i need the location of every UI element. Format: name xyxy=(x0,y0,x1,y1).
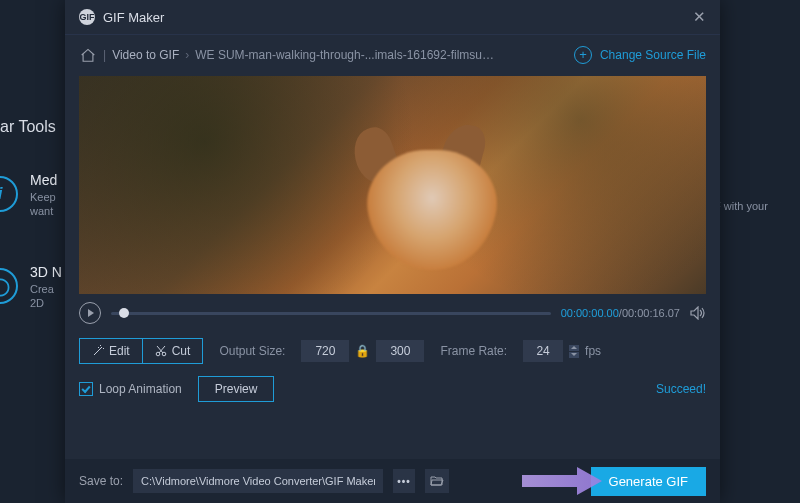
check-icon xyxy=(81,383,90,392)
loop-label: Loop Animation xyxy=(99,382,182,396)
cut-button[interactable]: Cut xyxy=(142,338,204,364)
fps-label: fps xyxy=(585,344,601,358)
step-down-icon[interactable] xyxy=(569,352,579,358)
step-up-icon[interactable] xyxy=(569,345,579,351)
current-time: 00:00:00.00 xyxy=(561,307,619,319)
bg-right-text: F with your xyxy=(714,200,794,212)
browse-button[interactable]: ••• xyxy=(393,469,415,493)
duration: 00:00:16.07 xyxy=(622,307,680,319)
titlebar: GIF GIF Maker ✕ xyxy=(65,0,720,34)
seek-thumb[interactable] xyxy=(119,308,129,318)
save-path-input[interactable] xyxy=(133,469,383,493)
generate-gif-button[interactable]: Generate GIF xyxy=(591,467,706,496)
loop-animation-checkbox[interactable]: Loop Animation xyxy=(79,382,182,396)
close-icon[interactable]: ✕ xyxy=(693,8,706,26)
framerate-stepper xyxy=(569,345,579,358)
framerate-input[interactable] xyxy=(523,340,563,362)
video-preview[interactable] xyxy=(79,76,706,294)
status-text: Succeed! xyxy=(656,382,706,396)
home-icon[interactable] xyxy=(79,48,97,62)
save-to-label: Save to: xyxy=(79,474,123,488)
chevron-right-icon: › xyxy=(185,48,189,62)
height-input[interactable] xyxy=(376,340,424,362)
scissors-icon xyxy=(155,345,167,357)
change-source-label: Change Source File xyxy=(600,48,706,62)
gif-maker-dialog: GIF GIF Maker ✕ | Video to GIF › WE SUM-… xyxy=(65,0,720,503)
play-button[interactable] xyxy=(79,302,101,324)
breadcrumb-file: WE SUM-man-walking-through-...imals-1616… xyxy=(195,48,495,62)
breadcrumb-sep: | xyxy=(103,48,106,62)
width-input[interactable] xyxy=(301,340,349,362)
bg-item1-line1: Keep xyxy=(30,190,57,204)
bg-item1-line2: want xyxy=(30,204,57,218)
play-icon xyxy=(88,309,94,317)
edit-button[interactable]: Edit xyxy=(79,338,142,364)
app-icon: GIF xyxy=(79,9,95,25)
lock-icon[interactable]: 🔒 xyxy=(349,344,376,358)
wand-icon xyxy=(92,345,104,357)
breadcrumb: | Video to GIF › WE SUM-man-walking-thro… xyxy=(65,34,720,74)
edit-label: Edit xyxy=(109,344,130,358)
output-size-label: Output Size: xyxy=(219,344,285,358)
time-display: 00:00:00.00/00:00:16.07 xyxy=(561,307,680,319)
plus-circle-icon: + xyxy=(574,46,592,64)
bg-item2-title: 3D N xyxy=(30,264,62,280)
breadcrumb-root[interactable]: Video to GIF xyxy=(112,48,179,62)
volume-icon[interactable] xyxy=(690,306,706,320)
bg-item2-line1: Crea xyxy=(30,282,62,296)
bg-tools-title: ar Tools xyxy=(0,118,56,136)
seek-bar[interactable] xyxy=(111,312,551,315)
cut-label: Cut xyxy=(172,344,191,358)
bg-item1-title: Med xyxy=(30,172,57,188)
cube-icon: ◯ xyxy=(0,268,18,304)
info-icon: i xyxy=(0,176,18,212)
frame-rate-label: Frame Rate: xyxy=(440,344,507,358)
preview-button[interactable]: Preview xyxy=(198,376,275,402)
open-folder-button[interactable] xyxy=(425,469,449,493)
bg-item2-line2: 2D xyxy=(30,296,62,310)
change-source-button[interactable]: + Change Source File xyxy=(574,46,706,64)
app-title: GIF Maker xyxy=(103,10,164,25)
